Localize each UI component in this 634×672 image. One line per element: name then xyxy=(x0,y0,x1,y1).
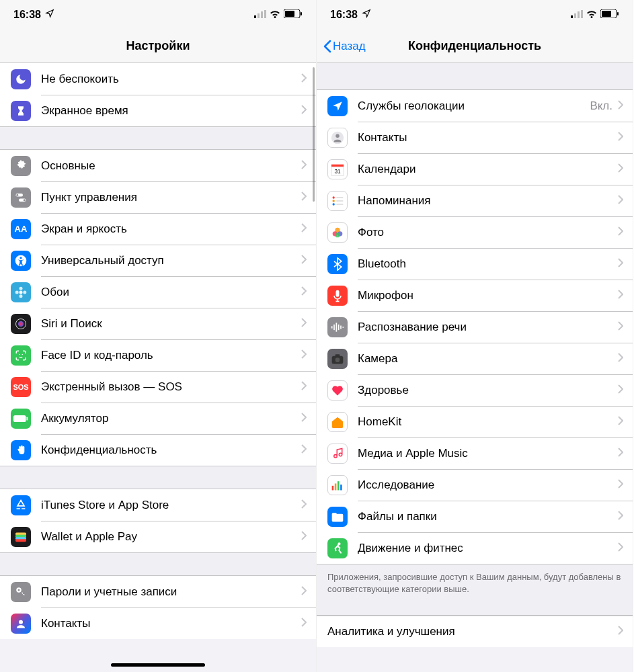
settings-row[interactable]: Универсальный доступ xyxy=(0,245,316,276)
row-label: Экранное время xyxy=(41,104,301,118)
privacy-list: Службы геолокации Вкл. Контакты 31 Кален… xyxy=(317,63,633,647)
svg-rect-49 xyxy=(336,204,343,205)
svg-rect-67 xyxy=(340,485,342,490)
settings-row[interactable]: Файлы и папки xyxy=(317,501,633,532)
status-time: 16:38 xyxy=(13,9,41,21)
settings-row[interactable]: Пароли и учетные записи xyxy=(0,576,316,607)
svg-rect-23 xyxy=(13,415,26,421)
chevron-right-icon xyxy=(618,195,623,207)
settings-row[interactable]: Аналитика и улучшения xyxy=(317,616,633,647)
cell-signal-icon xyxy=(254,9,266,21)
settings-row[interactable]: 31 Календари xyxy=(317,153,633,185)
svg-rect-37 xyxy=(602,11,611,17)
row-label: Bluetooth xyxy=(358,257,618,271)
row-label: Файлы и папки xyxy=(358,510,618,523)
row-label: Экран и яркость xyxy=(41,222,301,236)
svg-rect-59 xyxy=(340,325,342,329)
svg-rect-64 xyxy=(332,485,334,490)
home-indicator[interactable] xyxy=(111,663,205,667)
settings-row[interactable]: Службы геолокации Вкл. xyxy=(317,90,633,122)
settings-row[interactable]: iTunes Store и App Store xyxy=(0,489,316,521)
section-gap xyxy=(317,602,633,616)
settings-row[interactable]: Siri и Поиск xyxy=(0,308,316,339)
row-label: Универсальный доступ xyxy=(41,254,301,267)
settings-row[interactable]: Пункт управления xyxy=(0,181,316,213)
faceid-icon xyxy=(11,345,31,366)
settings-row[interactable]: Wallet и Apple Pay xyxy=(0,521,316,552)
svg-point-21 xyxy=(19,353,20,355)
svg-rect-35 xyxy=(581,10,583,18)
accessibility-icon xyxy=(11,251,31,271)
section-gap xyxy=(0,466,316,489)
settings-row[interactable]: SOS Экстренный вызов — SOS xyxy=(0,371,316,403)
switches-icon xyxy=(11,187,31,208)
row-label: Фото xyxy=(358,226,618,239)
chevron-right-icon xyxy=(618,163,623,175)
svg-rect-32 xyxy=(571,15,573,18)
gear-icon xyxy=(11,156,31,176)
location-services-icon xyxy=(362,9,371,21)
scrollbar[interactable] xyxy=(313,67,315,202)
settings-row[interactable]: Конфиденциальность xyxy=(0,434,316,466)
settings-row[interactable]: Контакты xyxy=(317,122,633,153)
chevron-right-icon xyxy=(618,258,623,270)
settings-row[interactable]: Контакты xyxy=(0,607,316,639)
chevron-right-icon xyxy=(618,479,623,491)
svg-rect-54 xyxy=(336,290,340,296)
row-label: Конфиденциальность xyxy=(41,444,301,457)
row-label: Напоминания xyxy=(358,194,618,208)
svg-rect-47 xyxy=(336,200,343,202)
row-label: Аналитика и улучшения xyxy=(327,625,618,638)
mic-icon xyxy=(327,286,348,306)
svg-point-16 xyxy=(19,294,23,298)
row-label: Face ID и код-пароль xyxy=(41,349,301,362)
svg-rect-28 xyxy=(15,539,26,542)
row-label: iTunes Store и App Store xyxy=(41,499,301,512)
chevron-right-icon xyxy=(618,448,623,460)
row-label: Siri и Поиск xyxy=(41,317,301,331)
settings-row[interactable]: Напоминания xyxy=(317,185,633,216)
chevron-right-icon xyxy=(301,586,307,598)
battery-icon xyxy=(11,409,31,429)
settings-row[interactable]: AA Экран и яркость xyxy=(0,213,316,245)
settings-row[interactable]: Микрофон xyxy=(317,280,633,311)
settings-row[interactable]: Face ID и код-пароль xyxy=(0,339,316,371)
chevron-right-icon xyxy=(618,100,623,112)
row-label: Распознавание речи xyxy=(358,321,618,334)
AA-icon: AA xyxy=(11,219,31,239)
row-label: Микрофон xyxy=(358,289,618,302)
music-icon xyxy=(327,444,348,464)
settings-row[interactable]: Движение и фитнес xyxy=(317,532,633,564)
settings-row[interactable]: Исследование xyxy=(317,469,633,501)
chevron-right-icon xyxy=(301,349,307,362)
svg-rect-33 xyxy=(574,13,576,18)
settings-row[interactable]: Камера xyxy=(317,343,633,374)
svg-rect-2 xyxy=(261,11,263,18)
settings-row[interactable]: Bluetooth xyxy=(317,248,633,280)
moon-icon xyxy=(11,69,31,89)
chevron-right-icon xyxy=(301,160,307,172)
battery-icon xyxy=(600,9,619,21)
svg-rect-45 xyxy=(336,197,343,198)
settings-row[interactable]: Основные xyxy=(0,150,316,181)
settings-row[interactable]: HomeKit xyxy=(317,406,633,437)
settings-row[interactable]: Экранное время xyxy=(0,95,316,126)
svg-point-22 xyxy=(22,353,24,355)
nav-bar: Назад Конфиденциальность xyxy=(317,30,633,63)
chevron-right-icon xyxy=(301,413,307,425)
svg-text:31: 31 xyxy=(334,168,341,174)
settings-row[interactable]: Обои xyxy=(0,276,316,308)
settings-row[interactable]: Распознавание речи xyxy=(317,311,633,343)
settings-row[interactable]: Не беспокоить xyxy=(0,63,316,95)
svg-rect-5 xyxy=(285,11,294,17)
settings-row[interactable]: Здоровье xyxy=(317,374,633,406)
SOS-icon: SOS xyxy=(11,377,31,397)
settings-row[interactable]: Фото xyxy=(317,216,633,248)
fitness-icon xyxy=(327,538,348,558)
settings-row[interactable]: Аккумулятор xyxy=(0,403,316,434)
back-button[interactable]: Назад xyxy=(323,40,366,53)
settings-row[interactable]: Медиа и Apple Music xyxy=(317,437,633,469)
research-icon xyxy=(327,475,348,495)
location-services-icon xyxy=(45,9,54,21)
photos-icon xyxy=(327,222,348,243)
